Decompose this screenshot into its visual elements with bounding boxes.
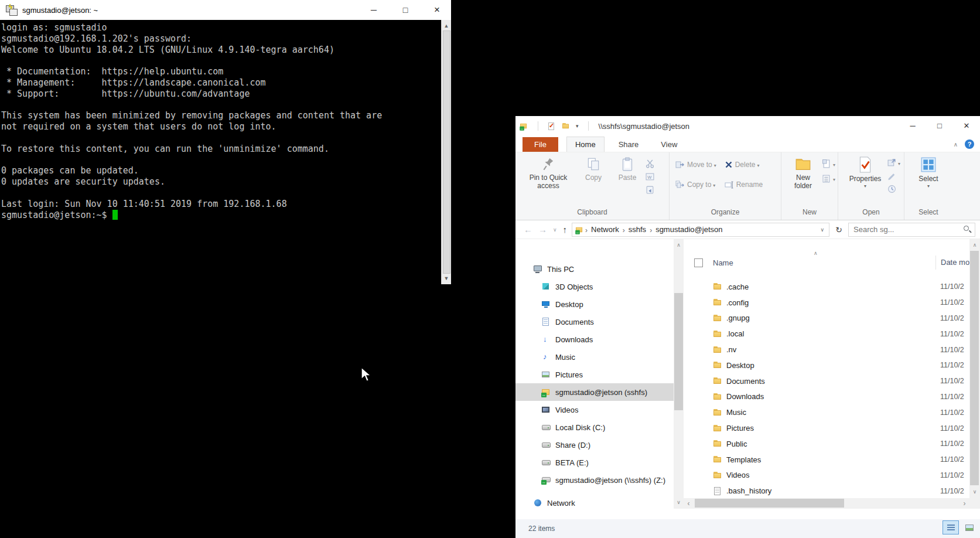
new-folder-button[interactable]: New folder	[785, 155, 821, 192]
sidebar-item[interactable]: sgmustadio@jetson (sshfs)	[515, 383, 674, 401]
sidebar-item[interactable]: 3D Objects	[515, 278, 674, 295]
scroll-up-icon[interactable]: ▲	[442, 21, 451, 30]
file-row[interactable]: .cache 11/10/2	[684, 279, 969, 295]
sidebar-item[interactable]: Desktop	[515, 295, 674, 313]
scrollbar-thumb[interactable]	[970, 251, 979, 485]
breadcrumb-segment[interactable]: Network	[584, 224, 622, 235]
select-dropdown-icon[interactable]: ▾	[927, 183, 930, 189]
column-header-date-modified[interactable]: Date mo	[935, 256, 969, 270]
breadcrumb-segment[interactable]: sshfs	[622, 224, 648, 235]
sidebar-item[interactable]: sgmustadio@jetson (\\sshfs) (Z:)	[515, 471, 674, 489]
file-row[interactable]: Desktop 11/10/2	[684, 357, 969, 373]
scroll-right-icon[interactable]: ›	[959, 499, 969, 508]
file-row[interactable]: Music 11/10/2	[684, 404, 969, 420]
scroll-down-icon[interactable]: ∨	[969, 487, 980, 497]
sidebar-item[interactable]: This PC	[515, 260, 674, 278]
new-item-button[interactable]	[822, 158, 835, 169]
breadcrumb-segment[interactable]: sgmustadio@jetson	[648, 224, 725, 235]
file-row[interactable]: Public 11/10/2	[684, 436, 969, 452]
putty-titlebar[interactable]: ϟ sgmustadio@jetson: ~ ─ □ ×	[0, 0, 451, 20]
paste-button[interactable]: Paste	[610, 155, 644, 183]
terminal-output[interactable]: login as: sgmustadio sgmustadio@192.168.…	[0, 20, 441, 284]
search-icon[interactable]	[964, 226, 971, 233]
tab-home[interactable]: Home	[566, 137, 605, 152]
maximize-button[interactable]: □	[926, 116, 953, 136]
close-button[interactable]: ×	[431, 0, 443, 20]
thumbnails-view-button[interactable]	[961, 520, 978, 534]
file-row[interactable]: .config 11/10/2	[684, 295, 969, 311]
scroll-down-icon[interactable]: ∨	[674, 498, 684, 508]
qat-customize-icon[interactable]: ▾	[576, 123, 579, 129]
tab-share[interactable]: Share	[610, 137, 647, 152]
edit-icon[interactable]	[887, 172, 896, 181]
paste-shortcut-icon[interactable]	[646, 185, 654, 194]
rename-button[interactable]: Rename	[725, 178, 763, 191]
minimize-button[interactable]: ─	[899, 116, 926, 136]
search-input[interactable]	[852, 224, 964, 234]
tab-view[interactable]: View	[653, 137, 685, 152]
sidebar-item[interactable]: Documents	[515, 313, 674, 331]
scroll-left-icon[interactable]: ‹	[684, 499, 694, 508]
sidebar-item[interactable]: BETA (E:)	[515, 454, 674, 471]
terminal-scrollbar[interactable]: ▲ ▼	[441, 20, 451, 284]
file-row[interactable]: Downloads 11/10/2	[684, 389, 969, 405]
qat-properties-icon[interactable]	[548, 122, 556, 131]
scroll-up-icon[interactable]: ∧	[674, 240, 684, 250]
cut-icon[interactable]	[646, 159, 654, 168]
sidebar-item[interactable]: Share (D:)	[515, 436, 674, 454]
close-button[interactable]: ✕	[953, 116, 980, 136]
file-row[interactable]: Videos 11/10/2	[684, 468, 969, 483]
horizontal-scrollbar[interactable]: ‹ ›	[684, 498, 969, 509]
delete-button[interactable]: Delete	[725, 158, 763, 171]
breadcrumb-item[interactable]: sgmustadio@jetson	[653, 225, 725, 234]
back-icon[interactable]: ←	[524, 224, 532, 234]
breadcrumb-item[interactable]: Network	[589, 225, 622, 234]
sidebar-item[interactable]: Videos	[515, 401, 674, 418]
scrollbar-thumb[interactable]	[695, 499, 844, 508]
sidebar-item[interactable]: Pictures	[515, 366, 674, 383]
pin-to-quick-access-button[interactable]: Pin to Quick access	[520, 155, 576, 192]
collapse-ribbon-icon[interactable]: ∧	[954, 141, 958, 148]
sidebar-scrollbar[interactable]: ∧ ∨	[674, 239, 684, 509]
sidebar-item[interactable]: Downloads	[515, 331, 674, 348]
sidebar-item[interactable]: Local Disk (C:)	[515, 418, 674, 436]
select-all-checkbox[interactable]	[694, 258, 703, 267]
sort-ascending-icon[interactable]: ∧	[814, 250, 818, 256]
copy-to-button[interactable]: Copy to	[675, 178, 716, 191]
file-row[interactable]: Templates 11/10/2	[684, 452, 969, 468]
refresh-icon[interactable]: ↻	[831, 225, 846, 234]
scroll-down-icon[interactable]: ▼	[442, 274, 451, 283]
file-list-scrollbar[interactable]: ∧ ∨	[969, 239, 980, 509]
file-row[interactable]: Documents 11/10/2	[684, 373, 969, 389]
help-icon[interactable]: ?	[965, 139, 974, 149]
select-button[interactable]: Select ▾	[911, 155, 945, 190]
properties-dropdown-icon[interactable]: ▾	[864, 183, 866, 189]
address-dropdown-icon[interactable]: ∨	[818, 227, 827, 233]
copy-button[interactable]: Copy	[576, 155, 610, 183]
file-row[interactable]: Pictures 11/10/2	[684, 420, 969, 436]
sidebar-item[interactable]: Network	[515, 494, 674, 509]
sidebar-item[interactable]: Music	[515, 348, 674, 366]
move-to-button[interactable]: Move to	[675, 158, 716, 171]
breadcrumb-item[interactable]: sshfs	[626, 225, 648, 234]
up-icon[interactable]: ↑	[563, 224, 568, 234]
recent-locations-icon[interactable]: ∨	[553, 227, 557, 233]
file-row[interactable]: .local 11/10/2	[684, 326, 969, 342]
scroll-up-icon[interactable]: ∧	[969, 240, 980, 250]
explorer-titlebar[interactable]: ▾ \\sshfs\sgmustadio@jetson ─ □ ✕	[515, 116, 980, 136]
open-button[interactable]	[887, 157, 900, 168]
properties-button[interactable]: Properties ▾	[844, 155, 886, 190]
file-row[interactable]: .nv 11/10/2	[684, 342, 969, 357]
qat-new-folder-icon[interactable]	[562, 122, 570, 130]
tab-file[interactable]: File	[523, 137, 558, 152]
column-header-name[interactable]: Name	[713, 258, 733, 267]
file-row[interactable]: .gnupg 11/10/2	[684, 311, 969, 326]
history-icon[interactable]	[887, 185, 896, 193]
forward-icon[interactable]: →	[538, 224, 547, 234]
copy-path-icon[interactable]: W	[646, 172, 654, 181]
file-row[interactable]: .bash_history 11/10/2	[684, 483, 969, 499]
details-view-button[interactable]	[943, 520, 959, 534]
easy-access-button[interactable]	[822, 173, 835, 183]
minimize-button[interactable]: ─	[368, 0, 380, 20]
maximize-button[interactable]: □	[399, 0, 411, 20]
